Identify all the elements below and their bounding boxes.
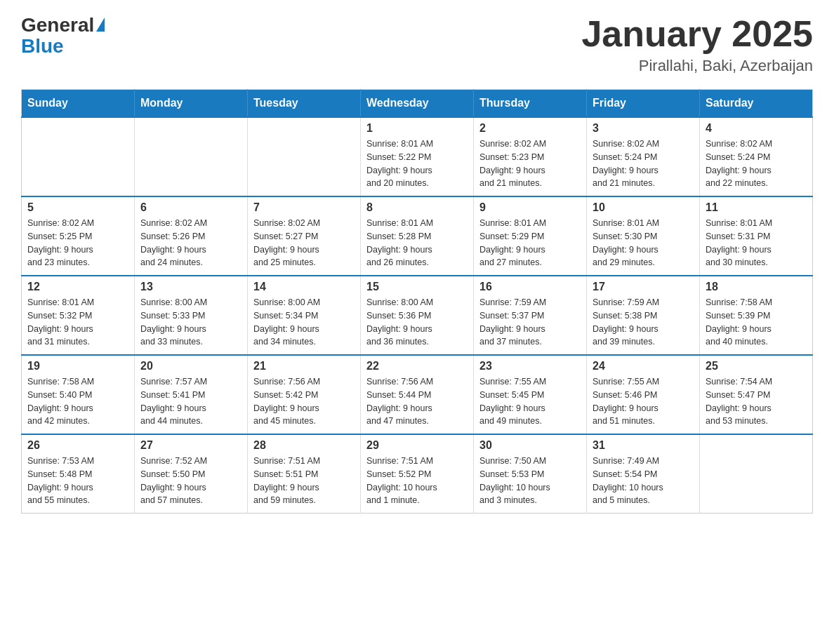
day-info: Sunrise: 7:52 AM Sunset: 5:50 PM Dayligh…: [140, 455, 241, 507]
calendar-cell: 25Sunrise: 7:54 AM Sunset: 5:47 PM Dayli…: [700, 355, 813, 434]
day-info: Sunrise: 8:02 AM Sunset: 5:24 PM Dayligh…: [706, 137, 807, 190]
day-info: Sunrise: 7:58 AM Sunset: 5:39 PM Dayligh…: [706, 296, 807, 349]
day-info: Sunrise: 8:01 AM Sunset: 5:30 PM Dayligh…: [593, 217, 694, 269]
day-info: Sunrise: 7:56 AM Sunset: 5:44 PM Dayligh…: [366, 375, 468, 428]
calendar-cell: 29Sunrise: 7:51 AM Sunset: 5:52 PM Dayli…: [361, 434, 474, 514]
calendar-cell: [135, 117, 248, 196]
title-block: January 2025 Pirallahi, Baki, Azerbaijan: [581, 14, 813, 75]
calendar-cell: 7Sunrise: 8:02 AM Sunset: 5:27 PM Daylig…: [248, 196, 361, 276]
calendar-cell: 22Sunrise: 7:56 AM Sunset: 5:44 PM Dayli…: [361, 355, 474, 434]
calendar-cell: 10Sunrise: 8:01 AM Sunset: 5:30 PM Dayli…: [587, 196, 700, 276]
day-info: Sunrise: 7:51 AM Sunset: 5:52 PM Dayligh…: [366, 455, 468, 507]
day-info: Sunrise: 8:02 AM Sunset: 5:25 PM Dayligh…: [27, 217, 128, 269]
day-number: 11: [706, 201, 807, 214]
day-number: 10: [593, 201, 694, 214]
calendar-table: SundayMondayTuesdayWednesdayThursdayFrid…: [21, 89, 813, 514]
calendar-cell: 17Sunrise: 7:59 AM Sunset: 5:38 PM Dayli…: [587, 276, 700, 355]
day-number: 19: [27, 360, 128, 373]
day-info: Sunrise: 8:01 AM Sunset: 5:32 PM Dayligh…: [27, 296, 128, 349]
calendar-cell: 19Sunrise: 7:58 AM Sunset: 5:40 PM Dayli…: [22, 355, 135, 434]
calendar-cell: 27Sunrise: 7:52 AM Sunset: 5:50 PM Dayli…: [135, 434, 248, 514]
day-number: 22: [366, 360, 468, 373]
calendar-cell: 8Sunrise: 8:01 AM Sunset: 5:28 PM Daylig…: [361, 196, 474, 276]
calendar-cell: [700, 434, 813, 514]
day-number: 18: [706, 281, 807, 293]
calendar-week-row: 12Sunrise: 8:01 AM Sunset: 5:32 PM Dayli…: [22, 276, 813, 355]
calendar-day-header: Saturday: [700, 90, 813, 118]
page-title: January 2025: [581, 14, 813, 54]
day-info: Sunrise: 7:49 AM Sunset: 5:54 PM Dayligh…: [593, 455, 694, 507]
day-number: 26: [27, 439, 128, 452]
day-info: Sunrise: 7:55 AM Sunset: 5:46 PM Dayligh…: [593, 375, 694, 428]
day-number: 8: [366, 201, 468, 214]
logo-blue-text: Blue: [21, 35, 64, 58]
day-number: 13: [140, 281, 241, 293]
day-number: 28: [253, 439, 355, 452]
calendar-cell: 26Sunrise: 7:53 AM Sunset: 5:48 PM Dayli…: [22, 434, 135, 514]
day-info: Sunrise: 7:55 AM Sunset: 5:45 PM Dayligh…: [479, 375, 581, 428]
day-info: Sunrise: 7:54 AM Sunset: 5:47 PM Dayligh…: [706, 375, 807, 428]
calendar-week-row: 5Sunrise: 8:02 AM Sunset: 5:25 PM Daylig…: [22, 196, 813, 276]
day-info: Sunrise: 7:56 AM Sunset: 5:42 PM Dayligh…: [253, 375, 355, 428]
day-info: Sunrise: 8:00 AM Sunset: 5:33 PM Dayligh…: [140, 296, 241, 349]
calendar-week-row: 1Sunrise: 8:01 AM Sunset: 5:22 PM Daylig…: [22, 117, 813, 196]
day-number: 25: [706, 360, 807, 373]
day-number: 21: [253, 360, 355, 373]
calendar-day-header: Tuesday: [248, 90, 361, 118]
day-info: Sunrise: 8:00 AM Sunset: 5:34 PM Dayligh…: [253, 296, 355, 349]
calendar-cell: 2Sunrise: 8:02 AM Sunset: 5:23 PM Daylig…: [474, 117, 587, 196]
day-number: 3: [593, 122, 694, 135]
day-info: Sunrise: 8:01 AM Sunset: 5:31 PM Dayligh…: [706, 217, 807, 269]
calendar-cell: 30Sunrise: 7:50 AM Sunset: 5:53 PM Dayli…: [474, 434, 587, 514]
day-number: 12: [27, 281, 128, 293]
day-number: 23: [479, 360, 581, 373]
calendar-cell: 12Sunrise: 8:01 AM Sunset: 5:32 PM Dayli…: [22, 276, 135, 355]
day-number: 16: [479, 281, 581, 293]
day-info: Sunrise: 7:50 AM Sunset: 5:53 PM Dayligh…: [479, 455, 581, 507]
calendar-day-header: Sunday: [22, 90, 135, 118]
calendar-cell: 16Sunrise: 7:59 AM Sunset: 5:37 PM Dayli…: [474, 276, 587, 355]
calendar-cell: 31Sunrise: 7:49 AM Sunset: 5:54 PM Dayli…: [587, 434, 700, 514]
day-number: 1: [366, 122, 468, 135]
day-number: 5: [27, 201, 128, 214]
calendar-cell: [248, 117, 361, 196]
calendar-week-row: 19Sunrise: 7:58 AM Sunset: 5:40 PM Dayli…: [22, 355, 813, 434]
day-info: Sunrise: 8:01 AM Sunset: 5:28 PM Dayligh…: [366, 217, 468, 269]
day-info: Sunrise: 7:53 AM Sunset: 5:48 PM Dayligh…: [27, 455, 128, 507]
day-number: 27: [140, 439, 241, 452]
calendar-day-header: Friday: [587, 90, 700, 118]
logo: General Blue: [21, 14, 105, 58]
day-info: Sunrise: 7:59 AM Sunset: 5:38 PM Dayligh…: [593, 296, 694, 349]
day-info: Sunrise: 8:02 AM Sunset: 5:26 PM Dayligh…: [140, 217, 241, 269]
calendar-cell: 6Sunrise: 8:02 AM Sunset: 5:26 PM Daylig…: [135, 196, 248, 276]
day-info: Sunrise: 7:59 AM Sunset: 5:37 PM Dayligh…: [479, 296, 581, 349]
day-number: 4: [706, 122, 807, 135]
calendar-cell: 23Sunrise: 7:55 AM Sunset: 5:45 PM Dayli…: [474, 355, 587, 434]
calendar-cell: 24Sunrise: 7:55 AM Sunset: 5:46 PM Dayli…: [587, 355, 700, 434]
day-number: 7: [253, 201, 355, 214]
calendar-cell: 15Sunrise: 8:00 AM Sunset: 5:36 PM Dayli…: [361, 276, 474, 355]
day-info: Sunrise: 8:01 AM Sunset: 5:29 PM Dayligh…: [479, 217, 581, 269]
calendar-cell: 21Sunrise: 7:56 AM Sunset: 5:42 PM Dayli…: [248, 355, 361, 434]
calendar-cell: 9Sunrise: 8:01 AM Sunset: 5:29 PM Daylig…: [474, 196, 587, 276]
day-number: 14: [253, 281, 355, 293]
day-number: 9: [479, 201, 581, 214]
day-number: 29: [366, 439, 468, 452]
day-number: 2: [479, 122, 581, 135]
page-header: General Blue January 2025 Pirallahi, Bak…: [21, 14, 813, 75]
day-info: Sunrise: 8:02 AM Sunset: 5:23 PM Dayligh…: [479, 137, 581, 190]
calendar-cell: 11Sunrise: 8:01 AM Sunset: 5:31 PM Dayli…: [700, 196, 813, 276]
logo-triangle-icon: [96, 18, 105, 32]
calendar-cell: 4Sunrise: 8:02 AM Sunset: 5:24 PM Daylig…: [700, 117, 813, 196]
day-info: Sunrise: 7:57 AM Sunset: 5:41 PM Dayligh…: [140, 375, 241, 428]
day-info: Sunrise: 8:00 AM Sunset: 5:36 PM Dayligh…: [366, 296, 468, 349]
day-info: Sunrise: 8:02 AM Sunset: 5:24 PM Dayligh…: [593, 137, 694, 190]
calendar-header-row: SundayMondayTuesdayWednesdayThursdayFrid…: [22, 90, 813, 118]
day-number: 6: [140, 201, 241, 214]
calendar-day-header: Monday: [135, 90, 248, 118]
calendar-week-row: 26Sunrise: 7:53 AM Sunset: 5:48 PM Dayli…: [22, 434, 813, 514]
day-number: 17: [593, 281, 694, 293]
day-number: 15: [366, 281, 468, 293]
day-info: Sunrise: 7:58 AM Sunset: 5:40 PM Dayligh…: [27, 375, 128, 428]
calendar-cell: 5Sunrise: 8:02 AM Sunset: 5:25 PM Daylig…: [22, 196, 135, 276]
